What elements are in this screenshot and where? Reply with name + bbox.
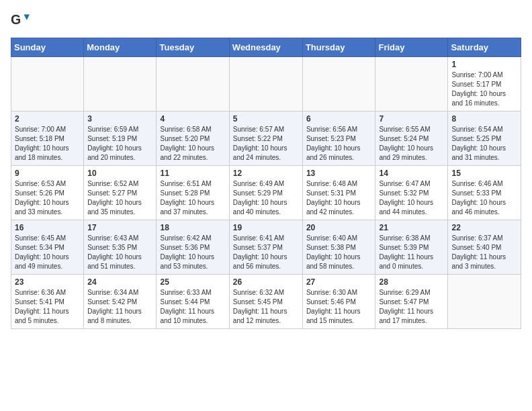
calendar-cell	[157, 57, 229, 111]
day-info: Sunrise: 6:34 AM Sunset: 5:42 PM Dayligh…	[87, 288, 152, 326]
calendar-cell: 17Sunrise: 6:43 AM Sunset: 5:35 PM Dayli…	[84, 220, 157, 275]
calendar-cell: 28Sunrise: 6:29 AM Sunset: 5:47 PM Dayli…	[375, 275, 448, 329]
calendar-cell: 3Sunrise: 6:59 AM Sunset: 5:19 PM Daylig…	[84, 111, 157, 166]
day-number: 7	[379, 114, 444, 124]
day-number: 21	[379, 223, 444, 232]
logo: G	[11, 11, 31, 30]
day-info: Sunrise: 6:58 AM Sunset: 5:20 PM Dayligh…	[160, 125, 225, 163]
day-number: 19	[233, 223, 299, 232]
day-number: 28	[379, 277, 444, 287]
calendar-cell: 10Sunrise: 6:52 AM Sunset: 5:27 PM Dayli…	[84, 166, 157, 220]
day-info: Sunrise: 7:00 AM Sunset: 5:18 PM Dayligh…	[15, 125, 80, 163]
day-number: 4	[160, 114, 225, 124]
calendar-cell: 6Sunrise: 6:56 AM Sunset: 5:23 PM Daylig…	[302, 111, 375, 166]
calendar-cell: 22Sunrise: 6:37 AM Sunset: 5:40 PM Dayli…	[448, 220, 521, 275]
calendar-cell: 20Sunrise: 6:40 AM Sunset: 5:38 PM Dayli…	[302, 220, 375, 275]
logo-icon: G	[11, 11, 30, 30]
day-info: Sunrise: 6:47 AM Sunset: 5:32 PM Dayligh…	[379, 179, 444, 217]
day-of-week-header: Monday	[84, 38, 157, 57]
day-info: Sunrise: 6:40 AM Sunset: 5:38 PM Dayligh…	[306, 234, 372, 271]
day-number: 11	[160, 169, 225, 178]
calendar-cell: 9Sunrise: 6:53 AM Sunset: 5:26 PM Daylig…	[11, 166, 84, 220]
day-number: 12	[233, 169, 299, 178]
day-info: Sunrise: 6:48 AM Sunset: 5:31 PM Dayligh…	[306, 179, 372, 217]
day-number: 10	[87, 169, 152, 178]
day-info: Sunrise: 6:36 AM Sunset: 5:41 PM Dayligh…	[15, 288, 80, 326]
day-info: Sunrise: 6:52 AM Sunset: 5:27 PM Dayligh…	[87, 179, 152, 217]
day-of-week-header: Wednesday	[229, 38, 302, 57]
calendar-cell: 19Sunrise: 6:41 AM Sunset: 5:37 PM Dayli…	[229, 220, 302, 275]
day-info: Sunrise: 7:00 AM Sunset: 5:17 PM Dayligh…	[451, 71, 517, 108]
calendar-cell: 12Sunrise: 6:49 AM Sunset: 5:29 PM Dayli…	[229, 166, 302, 220]
day-info: Sunrise: 6:49 AM Sunset: 5:29 PM Dayligh…	[233, 179, 299, 217]
calendar-cell: 4Sunrise: 6:58 AM Sunset: 5:20 PM Daylig…	[157, 111, 229, 166]
calendar-cell: 5Sunrise: 6:57 AM Sunset: 5:22 PM Daylig…	[229, 111, 302, 166]
day-number: 22	[451, 223, 517, 232]
day-of-week-header: Tuesday	[157, 38, 229, 57]
day-of-week-header: Saturday	[448, 38, 521, 57]
day-number: 16	[15, 223, 80, 232]
calendar-cell	[229, 57, 302, 111]
day-number: 9	[15, 169, 80, 178]
calendar-cell: 16Sunrise: 6:45 AM Sunset: 5:34 PM Dayli…	[11, 220, 84, 275]
calendar-cell: 24Sunrise: 6:34 AM Sunset: 5:42 PM Dayli…	[84, 275, 157, 329]
day-number: 27	[306, 277, 372, 287]
day-info: Sunrise: 6:54 AM Sunset: 5:25 PM Dayligh…	[451, 125, 517, 163]
day-number: 20	[306, 223, 372, 232]
day-of-week-header: Thursday	[302, 38, 375, 57]
day-info: Sunrise: 6:32 AM Sunset: 5:45 PM Dayligh…	[233, 288, 299, 326]
day-number: 6	[306, 114, 372, 124]
calendar-cell: 23Sunrise: 6:36 AM Sunset: 5:41 PM Dayli…	[11, 275, 84, 329]
calendar-week-row: 2Sunrise: 7:00 AM Sunset: 5:18 PM Daylig…	[11, 111, 521, 166]
day-number: 1	[451, 60, 517, 69]
day-info: Sunrise: 6:45 AM Sunset: 5:34 PM Dayligh…	[15, 234, 80, 271]
calendar-cell: 13Sunrise: 6:48 AM Sunset: 5:31 PM Dayli…	[302, 166, 375, 220]
calendar-cell	[448, 275, 521, 329]
day-info: Sunrise: 6:56 AM Sunset: 5:23 PM Dayligh…	[306, 125, 372, 163]
calendar-cell: 25Sunrise: 6:33 AM Sunset: 5:44 PM Dayli…	[157, 275, 229, 329]
day-info: Sunrise: 6:55 AM Sunset: 5:24 PM Dayligh…	[379, 125, 444, 163]
day-info: Sunrise: 6:33 AM Sunset: 5:44 PM Dayligh…	[160, 288, 225, 326]
calendar-cell: 26Sunrise: 6:32 AM Sunset: 5:45 PM Dayli…	[229, 275, 302, 329]
day-number: 24	[87, 277, 152, 287]
day-of-week-header: Sunday	[11, 38, 84, 57]
svg-marker-1	[24, 15, 30, 20]
page-header: G	[11, 11, 521, 30]
calendar-cell: 2Sunrise: 7:00 AM Sunset: 5:18 PM Daylig…	[11, 111, 84, 166]
calendar-cell: 1Sunrise: 7:00 AM Sunset: 5:17 PM Daylig…	[448, 57, 521, 111]
day-number: 14	[379, 169, 444, 178]
day-number: 15	[451, 169, 517, 178]
calendar-cell: 27Sunrise: 6:30 AM Sunset: 5:46 PM Dayli…	[302, 275, 375, 329]
calendar-cell	[375, 57, 448, 111]
calendar-week-row: 16Sunrise: 6:45 AM Sunset: 5:34 PM Dayli…	[11, 220, 521, 275]
day-number: 3	[87, 114, 152, 124]
day-number: 26	[233, 277, 299, 287]
day-info: Sunrise: 6:46 AM Sunset: 5:33 PM Dayligh…	[451, 179, 517, 217]
day-info: Sunrise: 6:41 AM Sunset: 5:37 PM Dayligh…	[233, 234, 299, 271]
calendar-cell	[302, 57, 375, 111]
day-info: Sunrise: 6:51 AM Sunset: 5:28 PM Dayligh…	[160, 179, 225, 217]
day-of-week-header: Friday	[375, 38, 448, 57]
day-info: Sunrise: 6:29 AM Sunset: 5:47 PM Dayligh…	[379, 288, 444, 326]
day-number: 18	[160, 223, 225, 232]
calendar-week-row: 23Sunrise: 6:36 AM Sunset: 5:41 PM Dayli…	[11, 275, 521, 329]
day-number: 17	[87, 223, 152, 232]
day-info: Sunrise: 6:59 AM Sunset: 5:19 PM Dayligh…	[87, 125, 152, 163]
day-number: 2	[15, 114, 80, 124]
day-info: Sunrise: 6:53 AM Sunset: 5:26 PM Dayligh…	[15, 179, 80, 217]
calendar-cell: 18Sunrise: 6:42 AM Sunset: 5:36 PM Dayli…	[157, 220, 229, 275]
day-info: Sunrise: 6:42 AM Sunset: 5:36 PM Dayligh…	[160, 234, 225, 271]
calendar-cell: 14Sunrise: 6:47 AM Sunset: 5:32 PM Dayli…	[375, 166, 448, 220]
day-info: Sunrise: 6:38 AM Sunset: 5:39 PM Dayligh…	[379, 234, 444, 271]
calendar-week-row: 9Sunrise: 6:53 AM Sunset: 5:26 PM Daylig…	[11, 166, 521, 220]
day-number: 25	[160, 277, 225, 287]
calendar-cell: 11Sunrise: 6:51 AM Sunset: 5:28 PM Dayli…	[157, 166, 229, 220]
day-number: 5	[233, 114, 299, 124]
calendar-cell: 15Sunrise: 6:46 AM Sunset: 5:33 PM Dayli…	[448, 166, 521, 220]
calendar-header-row: SundayMondayTuesdayWednesdayThursdayFrid…	[11, 38, 521, 57]
day-number: 13	[306, 169, 372, 178]
day-info: Sunrise: 6:30 AM Sunset: 5:46 PM Dayligh…	[306, 288, 372, 326]
calendar-week-row: 1Sunrise: 7:00 AM Sunset: 5:17 PM Daylig…	[11, 57, 521, 111]
svg-text:G: G	[11, 12, 21, 27]
calendar-cell: 21Sunrise: 6:38 AM Sunset: 5:39 PM Dayli…	[375, 220, 448, 275]
